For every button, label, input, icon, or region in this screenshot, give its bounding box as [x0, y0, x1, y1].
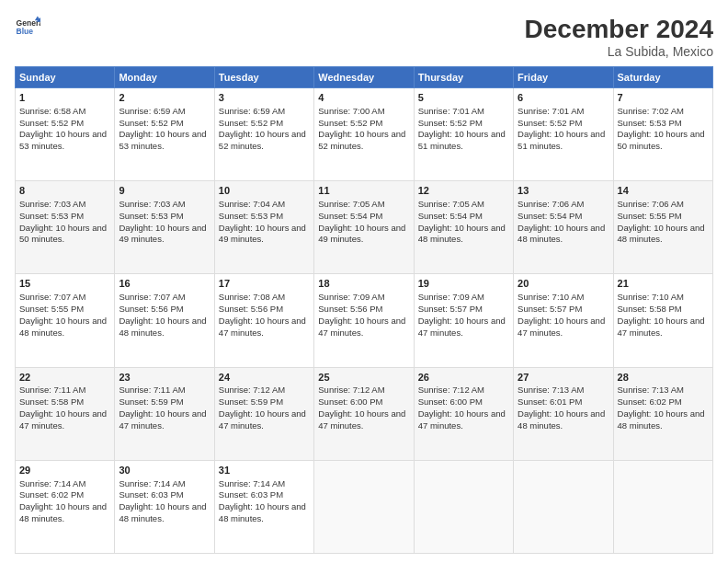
calendar-week-row: 1Sunrise: 6:58 AMSunset: 5:52 PMDaylight… [16, 88, 713, 181]
table-row: 22Sunrise: 7:11 AMSunset: 5:58 PMDayligh… [16, 367, 115, 460]
table-row: 10Sunrise: 7:04 AMSunset: 5:53 PMDayligh… [214, 181, 313, 274]
sunset-text: Sunset: 5:52 PM [219, 118, 310, 130]
svg-text:Blue: Blue [17, 27, 34, 36]
sunset-text: Sunset: 5:56 PM [318, 304, 409, 316]
sunrise-text: Sunrise: 7:03 AM [19, 199, 110, 211]
day-number: 27 [518, 371, 609, 385]
sunset-text: Sunset: 5:59 PM [219, 396, 310, 408]
day-number: 10 [219, 184, 310, 198]
table-row: 13Sunrise: 7:06 AMSunset: 5:54 PMDayligh… [514, 181, 613, 274]
sunset-text: Sunset: 5:53 PM [618, 118, 709, 130]
sunrise-text: Sunrise: 7:09 AM [418, 292, 509, 304]
sunset-text: Sunset: 5:52 PM [19, 118, 110, 130]
table-row: 21Sunrise: 7:10 AMSunset: 5:58 PMDayligh… [613, 274, 712, 367]
daylight-text: Daylight: 10 hours and 48 minutes. [119, 501, 210, 525]
day-number: 8 [19, 184, 110, 198]
day-number: 22 [19, 371, 110, 385]
sunrise-text: Sunrise: 7:09 AM [318, 292, 409, 304]
daylight-text: Daylight: 10 hours and 50 minutes. [618, 129, 709, 153]
sunset-text: Sunset: 5:54 PM [318, 211, 409, 223]
daylight-text: Daylight: 10 hours and 48 minutes. [518, 223, 609, 247]
daylight-text: Daylight: 10 hours and 51 minutes. [418, 129, 509, 153]
daylight-text: Daylight: 10 hours and 48 minutes. [219, 501, 310, 525]
day-number: 12 [418, 184, 509, 198]
daylight-text: Daylight: 10 hours and 47 minutes. [318, 408, 409, 432]
daylight-text: Daylight: 10 hours and 52 minutes. [219, 129, 310, 153]
sunrise-text: Sunrise: 7:10 AM [618, 292, 709, 304]
table-row: 1Sunrise: 6:58 AMSunset: 5:52 PMDaylight… [16, 88, 115, 181]
sunset-text: Sunset: 6:00 PM [318, 396, 409, 408]
daylight-text: Daylight: 10 hours and 53 minutes. [119, 129, 210, 153]
table-row: 2Sunrise: 6:59 AMSunset: 5:52 PMDaylight… [115, 88, 214, 181]
daylight-text: Daylight: 10 hours and 52 minutes. [318, 129, 409, 153]
sunrise-text: Sunrise: 7:01 AM [418, 106, 509, 118]
table-row [514, 460, 613, 553]
sunrise-text: Sunrise: 7:03 AM [119, 199, 210, 211]
sunset-text: Sunset: 6:03 PM [119, 489, 210, 501]
sunset-text: Sunset: 5:58 PM [618, 304, 709, 316]
sunrise-text: Sunrise: 7:11 AM [19, 385, 110, 396]
daylight-text: Daylight: 10 hours and 49 minutes. [119, 223, 210, 247]
sunrise-text: Sunrise: 7:14 AM [119, 478, 210, 490]
subtitle: La Subida, Mexico [525, 44, 713, 59]
col-monday: Monday [115, 67, 214, 88]
table-row: 7Sunrise: 7:02 AMSunset: 5:53 PMDaylight… [613, 88, 712, 181]
logo: General Blue [15, 15, 40, 40]
sunset-text: Sunset: 5:57 PM [418, 304, 509, 316]
calendar-week-row: 15Sunrise: 7:07 AMSunset: 5:55 PMDayligh… [16, 274, 713, 367]
day-number: 30 [119, 464, 210, 477]
sunrise-text: Sunrise: 7:12 AM [219, 385, 310, 396]
table-row: 16Sunrise: 7:07 AMSunset: 5:56 PMDayligh… [115, 274, 214, 367]
day-number: 18 [318, 277, 409, 291]
day-number: 3 [219, 91, 310, 105]
day-number: 16 [119, 277, 210, 291]
table-row: 14Sunrise: 7:06 AMSunset: 5:55 PMDayligh… [613, 181, 712, 274]
sunset-text: Sunset: 5:53 PM [119, 211, 210, 223]
calendar-table: Sunday Monday Tuesday Wednesday Thursday… [15, 66, 713, 554]
sunrise-text: Sunrise: 6:58 AM [19, 106, 110, 118]
table-row: 3Sunrise: 6:59 AMSunset: 5:52 PMDaylight… [214, 88, 313, 181]
sunset-text: Sunset: 5:52 PM [418, 118, 509, 130]
sunset-text: Sunset: 5:58 PM [19, 396, 110, 408]
header: General Blue December 2024 La Subida, Me… [15, 15, 713, 59]
sunset-text: Sunset: 5:52 PM [318, 118, 409, 130]
table-row: 20Sunrise: 7:10 AMSunset: 5:57 PMDayligh… [514, 274, 613, 367]
sunrise-text: Sunrise: 7:08 AM [219, 292, 310, 304]
daylight-text: Daylight: 10 hours and 47 minutes. [418, 408, 509, 432]
sunset-text: Sunset: 6:01 PM [518, 396, 609, 408]
day-number: 5 [418, 91, 509, 105]
table-row: 26Sunrise: 7:12 AMSunset: 6:00 PMDayligh… [414, 367, 513, 460]
sunset-text: Sunset: 5:54 PM [418, 211, 509, 223]
table-row: 29Sunrise: 7:14 AMSunset: 6:02 PMDayligh… [16, 460, 115, 553]
day-number: 23 [119, 371, 210, 385]
sunset-text: Sunset: 6:02 PM [19, 489, 110, 501]
table-row: 15Sunrise: 7:07 AMSunset: 5:55 PMDayligh… [16, 274, 115, 367]
day-number: 24 [219, 371, 310, 385]
sunset-text: Sunset: 5:59 PM [119, 396, 210, 408]
table-row: 25Sunrise: 7:12 AMSunset: 6:00 PMDayligh… [314, 367, 414, 460]
sunset-text: Sunset: 5:53 PM [219, 211, 310, 223]
table-row: 4Sunrise: 7:00 AMSunset: 5:52 PMDaylight… [314, 88, 414, 181]
day-number: 26 [418, 371, 509, 385]
sunset-text: Sunset: 5:55 PM [618, 211, 709, 223]
sunset-text: Sunset: 5:57 PM [518, 304, 609, 316]
daylight-text: Daylight: 10 hours and 47 minutes. [418, 316, 509, 339]
daylight-text: Daylight: 10 hours and 53 minutes. [19, 129, 110, 153]
sunrise-text: Sunrise: 7:04 AM [219, 199, 310, 211]
sunset-text: Sunset: 6:00 PM [418, 396, 509, 408]
sunset-text: Sunset: 5:52 PM [518, 118, 609, 130]
table-row: 31Sunrise: 7:14 AMSunset: 6:03 PMDayligh… [214, 460, 313, 553]
col-tuesday: Tuesday [214, 67, 313, 88]
table-row: 27Sunrise: 7:13 AMSunset: 6:01 PMDayligh… [514, 367, 613, 460]
title-block: December 2024 La Subida, Mexico [525, 15, 713, 59]
sunrise-text: Sunrise: 7:07 AM [19, 292, 110, 304]
table-row: 28Sunrise: 7:13 AMSunset: 6:02 PMDayligh… [613, 367, 712, 460]
sunrise-text: Sunrise: 7:12 AM [418, 385, 509, 396]
day-number: 29 [19, 464, 110, 477]
daylight-text: Daylight: 10 hours and 47 minutes. [19, 408, 110, 432]
daylight-text: Daylight: 10 hours and 47 minutes. [219, 316, 310, 339]
day-number: 28 [618, 371, 709, 385]
sunset-text: Sunset: 6:02 PM [618, 396, 709, 408]
table-row: 24Sunrise: 7:12 AMSunset: 5:59 PMDayligh… [214, 367, 313, 460]
sunrise-text: Sunrise: 7:00 AM [318, 106, 409, 118]
